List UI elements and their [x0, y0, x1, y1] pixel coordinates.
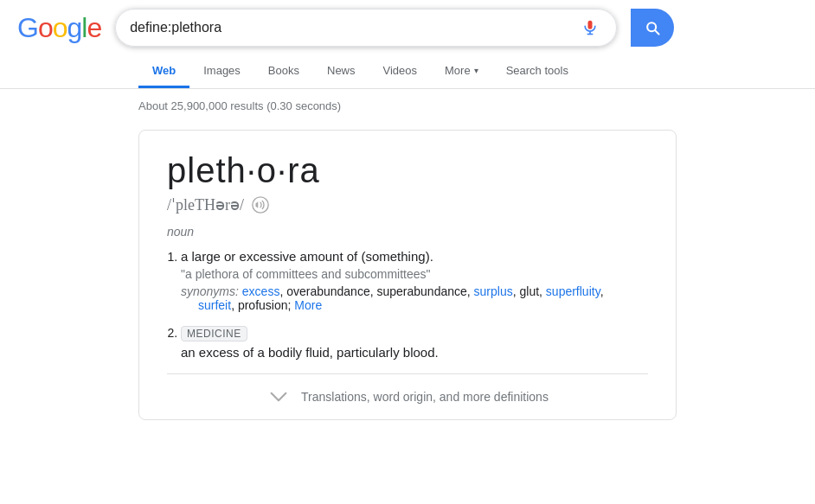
- search-button[interactable]: [631, 9, 674, 47]
- svg-point-3: [253, 197, 268, 213]
- google-logo: Google: [17, 12, 101, 44]
- logo-letter-g2: g: [67, 12, 81, 43]
- logo-letter-e: e: [87, 12, 101, 43]
- synonym-surplus[interactable]: surplus: [474, 284, 513, 298]
- nav-item-web[interactable]: Web: [138, 55, 189, 88]
- nav-item-search-tools[interactable]: Search tools: [492, 55, 582, 88]
- header: Google: [0, 0, 815, 55]
- definition-item-2: MEDICINE an excess of a bodily fluid, pa…: [181, 326, 648, 360]
- logo-letter-o2: o: [53, 12, 67, 43]
- search-bar: [115, 9, 617, 47]
- audio-icon[interactable]: [251, 195, 270, 214]
- def-example-1: "a plethora of committees and subcommitt…: [181, 267, 648, 281]
- translations-label: Translations, word origin, and more defi…: [301, 390, 549, 404]
- nav-item-books[interactable]: Books: [254, 55, 313, 88]
- synonyms-more-link[interactable]: More: [294, 298, 322, 312]
- synonyms-label: synonyms:: [181, 284, 239, 298]
- more-chevron-icon: ▾: [474, 66, 478, 75]
- synonym-excess[interactable]: excess: [242, 284, 280, 298]
- mic-icon[interactable]: [581, 19, 599, 36]
- synonym-superfluity[interactable]: superfluity: [546, 284, 600, 298]
- logo-letter-o1: o: [38, 12, 53, 43]
- svg-rect-0: [588, 21, 593, 29]
- def-text-1: a large or excessive amount of (somethin…: [181, 249, 648, 264]
- medicine-badge: MEDICINE: [181, 326, 648, 345]
- logo-letter-g1: G: [17, 12, 38, 43]
- word-title: pleth·o·ra: [167, 151, 648, 190]
- synonym-surfeit[interactable]: surfeit: [198, 298, 231, 312]
- definitions-list: a large or excessive amount of (somethin…: [167, 249, 648, 360]
- def-text-2: an excess of a bodily fluid, particularl…: [181, 345, 648, 360]
- nav-item-more[interactable]: More ▾: [431, 55, 492, 88]
- definition-item-1: a large or excessive amount of (somethin…: [181, 249, 648, 312]
- nav-item-images[interactable]: Images: [189, 55, 254, 88]
- word-pronunciation: /ˈpleTHərə/: [167, 195, 648, 214]
- word-type: noun: [167, 225, 648, 239]
- definition-card: pleth·o·ra /ˈpleTHərə/ noun a large or e…: [138, 130, 677, 420]
- synonyms-row: synonyms: excess, overabundance, superab…: [181, 284, 648, 312]
- search-input[interactable]: [130, 20, 581, 35]
- nav-item-news[interactable]: News: [313, 55, 369, 88]
- translations-accordion[interactable]: Translations, word origin, and more defi…: [167, 373, 648, 419]
- results-info: About 25,900,000 results (0.30 seconds): [0, 89, 815, 123]
- nav-bar: Web Images Books News Videos More ▾ Sear…: [0, 55, 815, 89]
- nav-item-videos[interactable]: Videos: [369, 55, 432, 88]
